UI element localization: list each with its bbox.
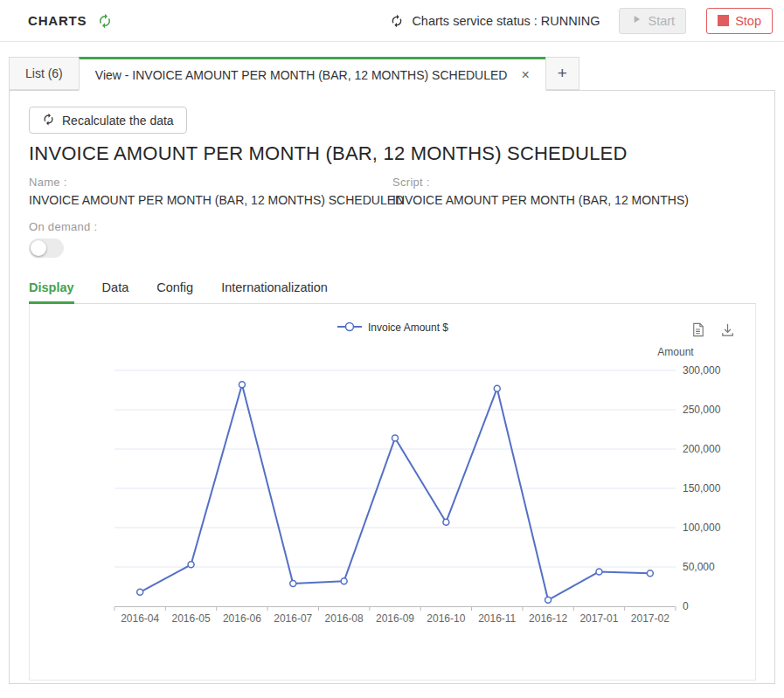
tab-config[interactable]: Config [156, 273, 193, 304]
tab-list-label: List (6) [25, 66, 63, 80]
svg-text:300,000: 300,000 [683, 364, 721, 377]
stop-button-label: Stop [735, 14, 761, 28]
legend-item[interactable]: Invoice Amount $ [336, 320, 448, 335]
app-header: CHARTS Charts service status : RUNNING S… [0, 0, 784, 42]
svg-text:Amount: Amount [657, 346, 694, 358]
page-title: INVOICE AMOUNT PER MONTH (BAR, 12 MONTHS… [29, 142, 756, 165]
start-button-label: Start [649, 14, 676, 28]
refresh-charts-icon[interactable] [97, 13, 113, 29]
tab-view[interactable]: View - INVOICE AMOUNT PER MONTH (BAR, 12… [79, 57, 546, 91]
refresh-icon [42, 113, 55, 128]
chart-toolbox [690, 321, 736, 342]
tab-list[interactable]: List (6) [9, 57, 80, 90]
data-view-icon[interactable] [690, 321, 706, 342]
add-tab-button[interactable]: + [545, 57, 579, 90]
view-panel: Recalculate the data INVOICE AMOUNT PER … [9, 90, 775, 684]
on-demand-label: On demand : [29, 220, 756, 233]
app-title: CHARTS [28, 13, 87, 28]
svg-text:2017-02: 2017-02 [631, 612, 670, 625]
svg-text:250,000: 250,000 [683, 404, 721, 416]
svg-text:2016-05: 2016-05 [172, 612, 211, 625]
play-icon [630, 13, 642, 28]
recalculate-button-label: Recalculate the data [62, 114, 174, 128]
svg-text:2016-12: 2016-12 [529, 612, 567, 625]
start-button[interactable]: Start [619, 8, 687, 34]
recalculate-button[interactable]: Recalculate the data [29, 107, 187, 134]
svg-text:2017-01: 2017-01 [579, 612, 618, 625]
chart-panel: 2016-042016-052016-062016-072016-082016-… [29, 304, 756, 681]
script-label: Script : [392, 176, 689, 189]
view-subtabs: Display Data Config Internationalization [29, 273, 756, 304]
svg-text:2016-07: 2016-07 [274, 612, 312, 625]
tab-display[interactable]: Display [29, 273, 74, 304]
svg-text:2016-06: 2016-06 [223, 612, 261, 625]
legend-line-marker-icon [336, 320, 363, 335]
name-field: Name : INVOICE AMOUNT PER MONTH (BAR, 12… [29, 176, 392, 207]
refresh-status-icon[interactable] [390, 14, 404, 28]
svg-text:0: 0 [683, 600, 689, 612]
legend-label: Invoice Amount $ [368, 321, 448, 334]
svg-text:2016-04: 2016-04 [121, 612, 159, 625]
download-icon[interactable] [719, 321, 736, 342]
stop-button[interactable]: Stop [706, 8, 773, 34]
svg-text:50,000: 50,000 [683, 561, 715, 573]
svg-text:200,000: 200,000 [683, 443, 721, 455]
close-tab-icon[interactable]: × [521, 68, 529, 82]
svg-text:2016-11: 2016-11 [478, 612, 516, 625]
tab-data[interactable]: Data [102, 273, 129, 304]
svg-text:100,000: 100,000 [683, 522, 721, 534]
header-right: Charts service status : RUNNING Start St… [390, 8, 773, 34]
name-value: INVOICE AMOUNT PER MONTH (BAR, 12 MONTHS… [29, 193, 392, 207]
header-left: CHARTS [28, 13, 113, 29]
service-status-text: Charts service status : RUNNING [412, 14, 600, 28]
tab-internationalization[interactable]: Internationalization [221, 273, 328, 304]
on-demand-toggle[interactable] [29, 238, 64, 258]
toggle-knob [31, 240, 46, 256]
fields-row: Name : INVOICE AMOUNT PER MONTH (BAR, 12… [29, 176, 756, 207]
script-field: Script : INVOICE AMOUNT PER MONTH (BAR, … [392, 176, 689, 207]
line-chart: 2016-042016-052016-062016-072016-082016-… [30, 304, 757, 679]
tab-bar: List (6) View - INVOICE AMOUNT PER MONTH… [0, 57, 784, 90]
tab-view-label: View - INVOICE AMOUNT PER MONTH (BAR, 12… [95, 68, 508, 82]
svg-text:2016-08: 2016-08 [325, 612, 364, 625]
svg-text:2016-09: 2016-09 [376, 612, 414, 625]
svg-text:150,000: 150,000 [683, 482, 721, 494]
on-demand-field: On demand : [29, 220, 756, 258]
script-value: INVOICE AMOUNT PER MONTH (BAR, 12 MONTHS… [392, 193, 689, 207]
stop-icon [718, 15, 729, 26]
svg-text:2016-10: 2016-10 [427, 612, 465, 625]
name-label: Name : [29, 176, 392, 189]
